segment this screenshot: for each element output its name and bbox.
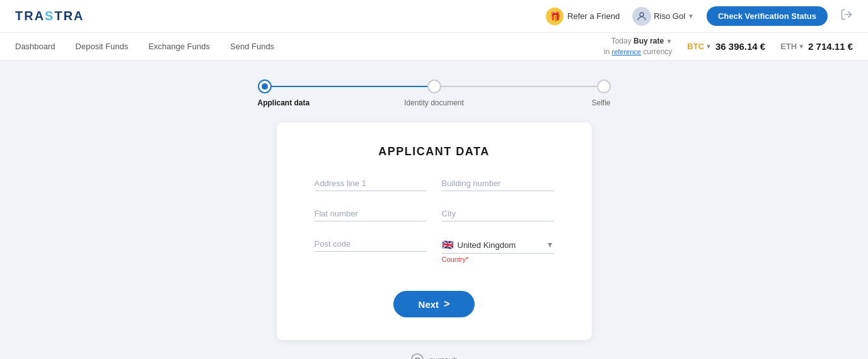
next-button[interactable]: Next > [393,291,475,317]
address-line1-input[interactable] [315,176,427,191]
nav-exchange-funds[interactable]: Exchange Funds [148,42,210,51]
button-row: Next > [315,278,554,317]
eth-chevron-icon: ▼ [798,43,804,50]
logout-icon[interactable] [840,8,853,24]
nav-deposit-funds[interactable]: Deposit Funds [76,42,129,51]
secondary-navigation: Dashboard Deposit Funds Exchange Funds S… [0,33,868,61]
city-group [442,206,554,221]
rates-label: Today Buy rate ▼ in reference currency [604,36,673,57]
city-input[interactable] [442,206,554,221]
next-label: Next [419,299,439,310]
building-number-group [442,176,554,191]
user-name: Riso Gol [654,11,685,21]
address-line1-group [315,176,427,191]
country-group: 🇬🇧 United Kingdom ▼ Country* [442,237,554,263]
btc-label: BTC ▼ [687,42,712,51]
applicant-data-card: APPLICANT DATA � [277,122,592,340]
country-chevron-icon: ▼ [547,240,554,249]
post-code-input[interactable] [315,237,427,252]
nav-dashboard[interactable]: Dashboard [15,42,55,51]
building-number-input[interactable] [442,176,554,191]
refer-icon: 🎁 [546,8,564,25]
btc-value: 36 396.14 € [715,41,765,52]
step-dot-row [258,79,611,93]
connector-2 [441,86,597,87]
buy-rate-label: Buy rate [634,37,664,45]
buy-rate-chevron-icon: ▼ [666,38,672,45]
flat-number-input[interactable] [315,206,427,221]
country-label: Country* [442,256,554,263]
top-navigation: TRASTRA 🎁 Refer a Friend Riso Gol ▼ Chec… [0,0,868,33]
eth-label: ETH ▼ [780,42,804,51]
logo-part1: TRA [15,9,45,23]
btc-rate: BTC ▼ 36 396.14 € [687,41,765,52]
main-content: Applicant data Identity document Selfie … [0,61,868,359]
logo-part2: S [45,9,54,23]
step-3-label: Selfie [493,98,611,107]
eth-rate: ETH ▼ 2 714.11 € [780,41,853,52]
nav-send-funds[interactable]: Send Funds [230,42,274,51]
card-title: APPLICANT DATA [315,145,554,158]
in-label: in [604,47,610,56]
post-code-group [315,237,427,263]
logo-part3: TRA [54,9,84,23]
form-row-3: 🇬🇧 United Kingdom ▼ Country* [315,237,554,263]
sumsub-footer: sumsub [410,353,458,359]
user-menu-chevron-icon: ▼ [688,13,694,20]
form-row-2 [315,206,554,221]
stepper: Applicant data Identity document Selfie [258,79,611,107]
today-label: Today [611,37,632,45]
step-2-label: Identity document [375,98,493,107]
refer-friend-button[interactable]: 🎁 Refer a Friend [546,8,620,25]
svg-point-0 [640,13,644,16]
refer-friend-label: Refer a Friend [567,11,620,21]
country-selector[interactable]: 🇬🇧 United Kingdom ▼ [442,237,554,254]
step-1-label: Applicant data [258,98,376,107]
avatar [632,7,651,26]
connector-1 [272,86,427,87]
country-flag: 🇬🇧 [442,239,454,250]
rates-area: Today Buy rate ▼ in reference currency B… [604,36,853,57]
country-name: United Kingdom [458,240,543,250]
step-1-dot [258,79,272,93]
step-2-dot [427,79,441,93]
user-menu[interactable]: Riso Gol ▼ [632,7,694,26]
check-verification-button[interactable]: Check Verification Status [707,6,828,26]
brand-logo: TRASTRA [15,9,84,23]
reference-link[interactable]: reference [611,48,640,56]
btc-chevron-icon: ▼ [705,43,712,50]
sumsub-icon [410,353,424,359]
step-label-row: Applicant data Identity document Selfie [258,98,611,107]
currency-label: currency [643,47,672,56]
nav-links: Dashboard Deposit Funds Exchange Funds S… [15,42,274,51]
eth-value: 2 714.11 € [808,41,853,52]
flat-number-group [315,206,427,221]
next-arrow-icon: > [444,298,449,310]
form-row-1 [315,176,554,191]
step-3-dot [597,79,611,93]
nav-right-area: 🎁 Refer a Friend Riso Gol ▼ Check Verifi… [546,6,853,26]
sumsub-label: sumsub [429,355,458,360]
